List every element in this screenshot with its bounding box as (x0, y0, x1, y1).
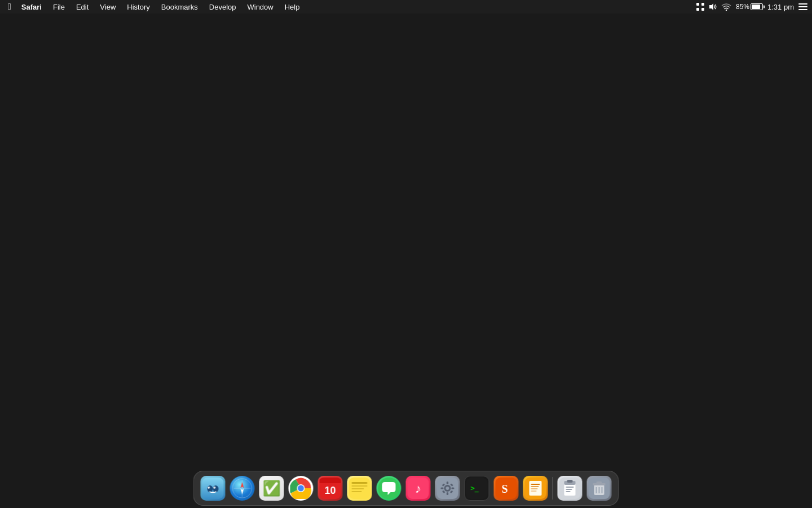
svg-rect-1 (701, 3, 704, 6)
svg-rect-64 (566, 489, 572, 490)
menubar:  Safari File Edit View History Bookmark… (0, 0, 812, 14)
dock-item-finder[interactable] (200, 475, 227, 502)
menubar-left:  Safari File Edit View History Bookmark… (5, 1, 304, 13)
dock-item-safari[interactable] (229, 475, 256, 502)
notes-icon (347, 476, 372, 501)
system-preferences-icon (435, 476, 460, 501)
dock-item-fantastical[interactable]: 10 (317, 475, 344, 502)
dock-item-trash[interactable] (586, 475, 613, 502)
svg-rect-62 (567, 480, 573, 483)
svg-point-11 (213, 485, 219, 492)
menubar-right: 85% 1:31 pm (696, 3, 807, 11)
sublime-text-icon: S (494, 476, 519, 501)
svg-rect-56 (531, 486, 539, 487)
svg-text:♪: ♪ (415, 481, 421, 496)
svg-rect-32 (352, 485, 368, 487)
svg-rect-8 (798, 9, 807, 10)
svg-text:S: S (502, 483, 508, 495)
svg-rect-7 (798, 6, 807, 7)
svg-point-10 (208, 485, 213, 492)
desktop (0, 14, 812, 508)
terminal-icon: >_ (465, 476, 489, 501)
battery-indicator[interactable]: 85% (736, 3, 763, 11)
dock-item-notefile[interactable] (522, 475, 549, 502)
dock-separator (553, 477, 553, 500)
history-menu[interactable]: History (122, 2, 154, 12)
file-menu[interactable]: File (48, 2, 69, 12)
svg-rect-65 (566, 491, 571, 492)
dock-item-system-preferences[interactable] (434, 475, 461, 502)
clock[interactable]: 1:31 pm (767, 3, 794, 11)
svg-rect-2 (696, 8, 699, 11)
svg-rect-3 (701, 8, 704, 11)
svg-rect-43 (441, 488, 444, 489)
fantastical-icon: 10 (318, 476, 343, 501)
svg-point-40 (446, 487, 449, 490)
app-name-menu[interactable]: Safari (17, 2, 46, 12)
trash-icon (587, 476, 612, 501)
svg-point-25 (298, 485, 304, 492)
battery-fill (752, 5, 760, 9)
develop-menu[interactable]: Develop (205, 2, 241, 12)
svg-rect-34 (352, 491, 362, 492)
dock-item-messages[interactable] (376, 475, 403, 502)
view-menu[interactable]: View (95, 2, 120, 12)
svg-marker-4 (709, 3, 713, 10)
svg-rect-57 (531, 488, 538, 489)
notefile-icon (523, 476, 548, 501)
dock: ✅ 10 (193, 471, 619, 506)
svg-point-14 (209, 488, 210, 489)
dock-item-sublime-text[interactable]: S (493, 475, 520, 502)
svg-rect-41 (447, 481, 448, 484)
volume-icon[interactable] (709, 3, 717, 11)
svg-rect-6 (798, 3, 807, 5)
svg-rect-0 (696, 3, 699, 6)
svg-text:10: 10 (324, 485, 336, 496)
dock-item-music[interactable]: ♪ (405, 475, 432, 502)
reminders-icon: ✅ (259, 476, 284, 501)
music-icon: ♪ (406, 476, 431, 501)
menu-extras-icon[interactable] (798, 3, 807, 11)
svg-rect-55 (531, 484, 540, 485)
svg-rect-69 (597, 481, 602, 484)
svg-rect-31 (352, 482, 368, 484)
svg-point-15 (214, 488, 215, 489)
dock-item-chrome[interactable] (288, 475, 315, 502)
svg-rect-58 (531, 491, 537, 492)
dock-item-reminders[interactable]: ✅ (258, 475, 285, 502)
battery-percent: 85% (736, 3, 749, 11)
finder-icon (201, 476, 226, 501)
svg-rect-44 (452, 488, 454, 489)
bookmarks-menu[interactable]: Bookmarks (157, 2, 202, 12)
window-menu[interactable]: Window (242, 2, 277, 12)
battery-icon (751, 3, 763, 10)
safari-icon (230, 476, 255, 501)
svg-rect-9 (202, 478, 224, 499)
help-menu[interactable]: Help (280, 2, 304, 12)
svg-text:>_: >_ (471, 484, 479, 493)
dock-item-terminal[interactable]: >_ (464, 475, 491, 502)
apple-menu[interactable]:  (5, 1, 15, 13)
clipboard-icon (558, 476, 582, 501)
svg-rect-33 (352, 488, 364, 489)
chrome-icon (289, 476, 314, 501)
edit-menu[interactable]: Edit (72, 2, 93, 12)
svg-rect-63 (566, 487, 574, 488)
dock-item-clipboard[interactable] (557, 475, 584, 502)
dock-item-notes[interactable] (346, 475, 373, 502)
svg-rect-42 (447, 492, 448, 495)
svg-point-5 (726, 10, 727, 11)
svg-rect-28 (320, 480, 341, 483)
control-center-icon[interactable] (696, 3, 704, 11)
messages-icon (377, 476, 401, 501)
wifi-icon[interactable] (721, 3, 731, 11)
